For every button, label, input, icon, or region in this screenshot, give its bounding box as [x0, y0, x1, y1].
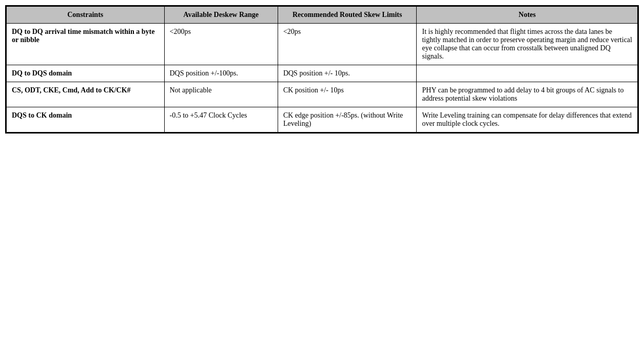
skew-value-2: CK position +/- 10ps — [283, 86, 344, 94]
deskew-cell-3: -0.5 to +5.47 Clock Cycles — [164, 107, 278, 132]
notes-cell-0: It is highly recommended that flight tim… — [417, 24, 638, 65]
deskew-cell-0: <200ps — [164, 24, 278, 65]
table-row: DQS to CK domain -0.5 to +5.47 Clock Cyc… — [7, 107, 638, 132]
notes-cell-1 — [417, 65, 638, 82]
skew-cell-1: DQS position +/- 10ps. — [278, 65, 417, 82]
deskew-value-3: -0.5 to +5.47 Clock Cycles — [170, 111, 247, 119]
header-constraints-label: Constraints — [67, 11, 103, 18]
constraint-label-3: DQS to CK domain — [12, 111, 72, 119]
deskew-value-1: DQS position +/-100ps. — [170, 69, 239, 77]
header-row: Constraints Available Deskew Range Recom… — [7, 7, 638, 24]
notes-value-0: It is highly recommended that flight tim… — [422, 28, 632, 60]
main-table-container: Constraints Available Deskew Range Recom… — [5, 5, 639, 134]
table-row: CS, ODT, CKE, Cmd, Add to CK/CK# Not app… — [7, 82, 638, 107]
constraint-label-2: CS, ODT, CKE, Cmd, Add to CK/CK# — [12, 86, 131, 94]
header-skew-label: Recommended Routed Skew Limits — [292, 11, 402, 18]
skew-cell-3: CK edge position +/-85ps. (without Write… — [278, 107, 417, 132]
table-row: DQ to DQ arrival time mismatch within a … — [7, 24, 638, 65]
skew-value-3: CK edge position +/-85ps. (without Write… — [283, 111, 403, 127]
constraint-cell-3: DQS to CK domain — [7, 107, 165, 132]
skew-value-0: <20ps — [283, 28, 301, 35]
table-row: DQ to DQS domain DQS position +/-100ps. … — [7, 65, 638, 82]
notes-value-2: PHY can be programmed to add delay to 4 … — [422, 86, 623, 102]
notes-cell-3: Write Leveling training can compensate f… — [417, 107, 638, 132]
constraint-label-0: DQ to DQ arrival time mismatch within a … — [12, 28, 154, 44]
notes-cell-2: PHY can be programmed to add delay to 4 … — [417, 82, 638, 107]
skew-cell-2: CK position +/- 10ps — [278, 82, 417, 107]
header-notes: Notes — [417, 7, 638, 24]
notes-value-3: Write Leveling training can compensate f… — [422, 111, 632, 127]
header-constraints: Constraints — [7, 7, 165, 24]
header-skew: Recommended Routed Skew Limits — [278, 7, 417, 24]
constraint-cell-1: DQ to DQS domain — [7, 65, 165, 82]
constraint-cell-2: CS, ODT, CKE, Cmd, Add to CK/CK# — [7, 82, 165, 107]
deskew-value-2: Not applicable — [170, 86, 212, 94]
deskew-value-0: <200ps — [170, 28, 191, 35]
header-notes-label: Notes — [519, 11, 536, 18]
constraint-label-1: DQ to DQS domain — [12, 69, 72, 77]
constraint-cell-0: DQ to DQ arrival time mismatch within a … — [7, 24, 165, 65]
skew-value-1: DQS position +/- 10ps. — [283, 69, 350, 77]
deskew-cell-2: Not applicable — [164, 82, 278, 107]
header-deskew: Available Deskew Range — [164, 7, 278, 24]
skew-cell-0: <20ps — [278, 24, 417, 65]
constraints-table: Constraints Available Deskew Range Recom… — [6, 6, 638, 132]
deskew-cell-1: DQS position +/-100ps. — [164, 65, 278, 82]
header-deskew-label: Available Deskew Range — [183, 11, 259, 18]
